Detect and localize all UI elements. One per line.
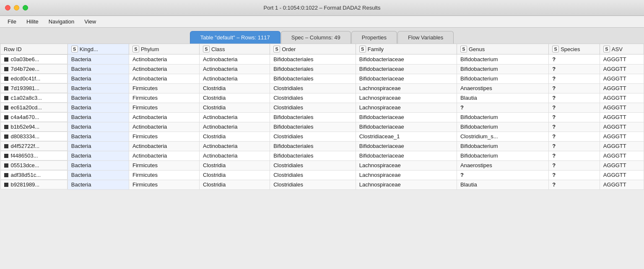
- table-cell: Actinobacteria: [200, 141, 270, 151]
- table-cell: Firmicutes: [129, 103, 199, 112]
- row-id-cell: edcd0c41f...: [0, 74, 68, 83]
- row-id-value: ec61a20cd...: [11, 104, 42, 111]
- row-id-cell: b9281989...: [0, 180, 68, 189]
- col-header-asv[interactable]: S ASV: [600, 44, 644, 54]
- table-cell: Bifidobacterium: [457, 54, 548, 65]
- table-cell: AGGGTT: [600, 132, 644, 141]
- table-cell: Firmicutes: [129, 160, 199, 170]
- row-id-value: 7d193981...: [11, 85, 40, 91]
- table-row[interactable]: b9281989...BacteriaFirmicutesClostridiaC…: [0, 180, 644, 189]
- table-cell: Actinobacteria: [129, 122, 199, 132]
- table-row[interactable]: edcd0c41f...BacteriaActinobacteriaActino…: [0, 74, 644, 83]
- table-cell: AGGGTT: [600, 64, 644, 74]
- table-row[interactable]: 7d4b72ee...BacteriaActinobacteriaActinob…: [0, 64, 644, 74]
- table-cell: Bifidobacteriaceae: [356, 151, 457, 160]
- row-id-value: edcd0c41f...: [11, 75, 41, 82]
- table-cell: Bifidobacteriales: [270, 64, 356, 74]
- col-header-family[interactable]: S Family: [356, 44, 457, 54]
- table-cell: Clostridia: [200, 180, 270, 189]
- tab-properties[interactable]: Properties: [351, 31, 397, 44]
- table-cell: ?: [457, 103, 548, 112]
- table-cell: Lachnospiraceae: [356, 83, 457, 93]
- table-cell: Clostridiales: [270, 160, 356, 170]
- menu-view[interactable]: View: [80, 17, 100, 26]
- table-cell: ?: [549, 170, 600, 180]
- main-content: Table "default" – Rows: 1117 Spec – Colu…: [0, 28, 644, 269]
- maximize-button[interactable]: [23, 5, 28, 10]
- table-cell: ?: [549, 122, 600, 132]
- col-header-phylum[interactable]: S Phylum: [129, 44, 199, 54]
- table-cell: Clostridiales: [270, 103, 356, 112]
- table-cell: Clostridia: [200, 170, 270, 180]
- table-cell: ?: [549, 64, 600, 74]
- table-row[interactable]: adf38d51c...BacteriaFirmicutesClostridia…: [0, 170, 644, 180]
- table-cell: Bifidobacteriales: [270, 74, 356, 83]
- close-button[interactable]: [5, 5, 10, 10]
- table-cell: Clostridiales: [270, 180, 356, 189]
- col-header-rowid[interactable]: Row ID: [0, 44, 68, 54]
- table-cell: Bifidobacterium: [457, 112, 548, 122]
- row-id-value: f4486503...: [11, 153, 38, 159]
- table-cell: Lachnospiraceae: [356, 160, 457, 170]
- col-header-order[interactable]: S Order: [270, 44, 356, 54]
- minimize-button[interactable]: [14, 5, 19, 10]
- type-badge-family: S: [359, 46, 366, 52]
- table-cell: Bifidobacteriaceae: [356, 112, 457, 122]
- table-body: c0a03be6...BacteriaActinobacteriaActinob…: [0, 54, 644, 190]
- tab-spec[interactable]: Spec – Columns: 49: [281, 31, 351, 44]
- table-cell: Bacteria: [68, 112, 129, 122]
- table-cell: Actinobacteria: [200, 74, 270, 83]
- table-cell: AGGGTT: [600, 74, 644, 83]
- menu-navigation[interactable]: Navigation: [44, 17, 78, 26]
- table-cell: Lachnospiraceae: [356, 103, 457, 112]
- row-id-cell: ec61a20cd...: [0, 103, 68, 112]
- table-row[interactable]: c4a4a670...BacteriaActinobacteriaActinob…: [0, 112, 644, 122]
- table-row[interactable]: b1b52e94...BacteriaActinobacteriaActinob…: [0, 122, 644, 132]
- row-color-indicator: [4, 183, 8, 187]
- tab-flow-variables[interactable]: Flow Variables: [397, 31, 454, 44]
- table-cell: Firmicutes: [129, 180, 199, 189]
- table-row[interactable]: c0a03be6...BacteriaActinobacteriaActinob…: [0, 54, 644, 65]
- row-color-indicator: [4, 86, 8, 91]
- col-header-class[interactable]: S Class: [200, 44, 270, 54]
- row-id-cell: 7d193981...: [0, 83, 68, 93]
- col-header-species[interactable]: S Species: [549, 44, 600, 54]
- table-cell: AGGGTT: [600, 141, 644, 151]
- table-row[interactable]: d8083334...BacteriaFirmicutesClostridiaC…: [0, 132, 644, 141]
- table-row[interactable]: ec61a20cd...BacteriaFirmicutesClostridia…: [0, 103, 644, 112]
- row-id-cell: 05513dce...: [0, 160, 68, 170]
- window-title: Port 1 - 0:1054:0:1022 – Format DADA2 Re…: [264, 5, 381, 11]
- type-badge-asv: S: [603, 46, 610, 52]
- table-row[interactable]: c1a02a8c3...BacteriaFirmicutesClostridia…: [0, 93, 644, 103]
- table-cell: Anaerostipes: [457, 83, 548, 93]
- row-id-cell: d4f52722f...: [0, 141, 68, 151]
- table-row[interactable]: 7d193981...BacteriaFirmicutesClostridiaC…: [0, 83, 644, 93]
- table-cell: Bacteria: [68, 93, 129, 103]
- table-cell: Bifidobacterium: [457, 122, 548, 132]
- menu-hilite[interactable]: Hilite: [22, 17, 43, 26]
- menu-file[interactable]: File: [3, 17, 21, 26]
- col-header-kingdom[interactable]: S Kingd...: [68, 44, 129, 54]
- row-id-value: adf38d51c...: [11, 172, 41, 178]
- row-id-cell: 7d4b72ee...: [0, 64, 68, 74]
- table-cell: Firmicutes: [129, 132, 199, 141]
- table-cell: Bifidobacterium: [457, 74, 548, 83]
- title-bar: Port 1 - 0:1054:0:1022 – Format DADA2 Re…: [0, 0, 644, 16]
- row-id-value: b1b52e94...: [11, 124, 40, 130]
- row-color-indicator: [4, 154, 8, 158]
- type-badge-genus: S: [460, 46, 467, 52]
- table-cell: ?: [549, 83, 600, 93]
- table-cell: Bacteria: [68, 180, 129, 189]
- table-cell: ?: [549, 180, 600, 189]
- row-id-cell: d8083334...: [0, 132, 68, 141]
- table-cell: Clostridia: [200, 103, 270, 112]
- table-cell: AGGGTT: [600, 54, 644, 65]
- tab-default[interactable]: Table "default" – Rows: 1117: [190, 31, 280, 44]
- table-row[interactable]: f4486503...BacteriaActinobacteriaActinob…: [0, 151, 644, 160]
- table-row[interactable]: d4f52722f...BacteriaActinobacteriaActino…: [0, 141, 644, 151]
- table-cell: Actinobacteria: [200, 64, 270, 74]
- table-cell: Clostridiales: [270, 170, 356, 180]
- col-header-genus[interactable]: S Genus: [457, 44, 548, 54]
- table-cell: Actinobacteria: [129, 74, 199, 83]
- table-row[interactable]: 05513dce...BacteriaFirmicutesClostridiaC…: [0, 160, 644, 170]
